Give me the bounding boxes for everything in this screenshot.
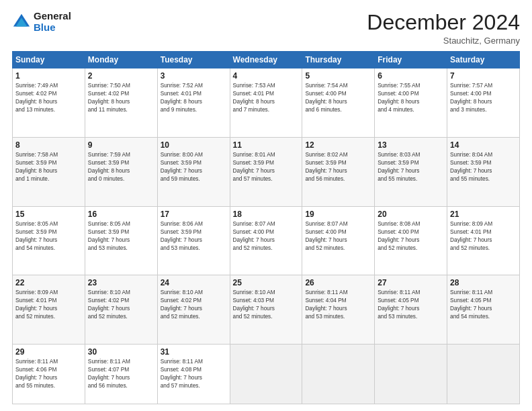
table-row: 6Sunrise: 7:55 AM Sunset: 4:00 PM Daylig… <box>375 68 447 138</box>
day-info: Sunrise: 8:06 AM Sunset: 3:59 PM Dayligh… <box>161 220 227 252</box>
day-info: Sunrise: 8:11 AM Sunset: 4:07 PM Dayligh… <box>88 357 154 390</box>
day-info: Sunrise: 8:02 AM Sunset: 3:59 PM Dayligh… <box>305 150 371 183</box>
header: General Blue December 2024 Stauchitz, Ge… <box>12 11 520 46</box>
table-row: 15Sunrise: 8:05 AM Sunset: 3:59 PM Dayli… <box>13 206 85 275</box>
day-number: 9 <box>88 140 154 150</box>
day-info: Sunrise: 8:10 AM Sunset: 4:02 PM Dayligh… <box>161 288 227 320</box>
col-thursday: Thursday <box>302 52 375 68</box>
calendar-table: Sunday Monday Tuesday Wednesday Thursday… <box>12 51 520 404</box>
table-row: 10Sunrise: 8:00 AM Sunset: 3:59 PM Dayli… <box>157 137 230 206</box>
day-number: 4 <box>233 71 300 81</box>
table-row: 1Sunrise: 7:49 AM Sunset: 4:02 PM Daylig… <box>13 68 85 138</box>
table-row: 20Sunrise: 8:08 AM Sunset: 4:00 PM Dayli… <box>375 206 447 275</box>
day-info: Sunrise: 8:08 AM Sunset: 4:00 PM Dayligh… <box>378 220 444 252</box>
day-number: 28 <box>450 278 517 287</box>
day-number: 29 <box>15 347 82 357</box>
title-block: December 2024 Stauchitz, Germany <box>367 11 520 46</box>
day-info: Sunrise: 7:55 AM Sunset: 4:00 PM Dayligh… <box>378 81 444 113</box>
day-number: 11 <box>233 140 300 150</box>
day-info: Sunrise: 8:01 AM Sunset: 3:59 PM Dayligh… <box>233 150 300 183</box>
page: General Blue December 2024 Stauchitz, Ge… <box>0 0 532 411</box>
day-number: 5 <box>305 71 371 81</box>
table-row: 18Sunrise: 8:07 AM Sunset: 4:00 PM Dayli… <box>230 206 302 275</box>
day-number: 19 <box>305 210 371 219</box>
day-number: 22 <box>15 278 82 287</box>
table-row: 17Sunrise: 8:06 AM Sunset: 3:59 PM Dayli… <box>157 206 230 275</box>
table-row: 5Sunrise: 7:54 AM Sunset: 4:00 PM Daylig… <box>302 68 375 138</box>
table-row <box>447 344 520 404</box>
table-row: 21Sunrise: 8:09 AM Sunset: 4:01 PM Dayli… <box>447 206 520 275</box>
day-info: Sunrise: 7:57 AM Sunset: 4:00 PM Dayligh… <box>450 81 517 113</box>
col-wednesday: Wednesday <box>230 52 302 68</box>
logo-icon <box>12 13 31 32</box>
day-number: 17 <box>161 210 227 219</box>
day-info: Sunrise: 8:09 AM Sunset: 4:01 PM Dayligh… <box>15 288 82 320</box>
day-number: 2 <box>88 71 154 81</box>
day-info: Sunrise: 7:49 AM Sunset: 4:02 PM Dayligh… <box>15 81 82 113</box>
logo: General Blue <box>12 11 71 33</box>
table-row: 31Sunrise: 8:11 AM Sunset: 4:08 PM Dayli… <box>157 344 230 404</box>
day-number: 27 <box>378 278 444 287</box>
table-row: 7Sunrise: 7:57 AM Sunset: 4:00 PM Daylig… <box>447 68 520 138</box>
table-row: 14Sunrise: 8:04 AM Sunset: 3:59 PM Dayli… <box>447 137 520 206</box>
day-number: 13 <box>378 140 444 150</box>
table-row: 4Sunrise: 7:53 AM Sunset: 4:01 PM Daylig… <box>230 68 302 138</box>
table-row: 19Sunrise: 8:07 AM Sunset: 4:00 PM Dayli… <box>302 206 375 275</box>
day-number: 3 <box>161 71 227 81</box>
day-number: 21 <box>450 210 517 219</box>
day-number: 20 <box>378 210 444 219</box>
table-row: 13Sunrise: 8:03 AM Sunset: 3:59 PM Dayli… <box>375 137 447 206</box>
day-number: 10 <box>161 140 227 150</box>
table-row: 26Sunrise: 8:11 AM Sunset: 4:04 PM Dayli… <box>302 275 375 345</box>
day-number: 24 <box>161 278 227 287</box>
day-number: 1 <box>15 71 82 81</box>
day-info: Sunrise: 8:05 AM Sunset: 3:59 PM Dayligh… <box>15 220 82 252</box>
day-info: Sunrise: 8:11 AM Sunset: 4:06 PM Dayligh… <box>15 357 82 390</box>
day-number: 23 <box>88 278 154 287</box>
table-row: 28Sunrise: 8:11 AM Sunset: 4:05 PM Dayli… <box>447 275 520 345</box>
day-info: Sunrise: 8:05 AM Sunset: 3:59 PM Dayligh… <box>88 220 154 252</box>
day-info: Sunrise: 8:09 AM Sunset: 4:01 PM Dayligh… <box>450 220 517 252</box>
calendar-header-row: Sunday Monday Tuesday Wednesday Thursday… <box>13 52 520 68</box>
table-row: 22Sunrise: 8:09 AM Sunset: 4:01 PM Dayli… <box>13 275 85 345</box>
day-number: 18 <box>233 210 300 219</box>
day-info: Sunrise: 8:10 AM Sunset: 4:02 PM Dayligh… <box>88 288 154 320</box>
day-number: 8 <box>15 140 82 150</box>
day-info: Sunrise: 8:03 AM Sunset: 3:59 PM Dayligh… <box>378 150 444 183</box>
day-number: 15 <box>15 210 82 219</box>
location: Stauchitz, Germany <box>367 36 520 46</box>
table-row: 3Sunrise: 7:52 AM Sunset: 4:01 PM Daylig… <box>157 68 230 138</box>
day-info: Sunrise: 8:10 AM Sunset: 4:03 PM Dayligh… <box>233 288 300 320</box>
day-number: 30 <box>88 347 154 357</box>
col-tuesday: Tuesday <box>157 52 230 68</box>
day-info: Sunrise: 7:54 AM Sunset: 4:00 PM Dayligh… <box>305 81 371 113</box>
day-info: Sunrise: 8:11 AM Sunset: 4:04 PM Dayligh… <box>305 288 371 320</box>
table-row <box>230 344 302 404</box>
month-title: December 2024 <box>367 11 520 34</box>
table-row: 16Sunrise: 8:05 AM Sunset: 3:59 PM Dayli… <box>85 206 157 275</box>
logo-text: General Blue <box>34 11 71 33</box>
day-number: 16 <box>88 210 154 219</box>
table-row: 9Sunrise: 7:59 AM Sunset: 3:59 PM Daylig… <box>85 137 157 206</box>
table-row: 25Sunrise: 8:10 AM Sunset: 4:03 PM Dayli… <box>230 275 302 345</box>
col-saturday: Saturday <box>447 52 520 68</box>
table-row: 29Sunrise: 8:11 AM Sunset: 4:06 PM Dayli… <box>13 344 85 404</box>
col-monday: Monday <box>85 52 157 68</box>
day-info: Sunrise: 7:50 AM Sunset: 4:02 PM Dayligh… <box>88 81 154 113</box>
table-row: 11Sunrise: 8:01 AM Sunset: 3:59 PM Dayli… <box>230 137 302 206</box>
day-info: Sunrise: 8:00 AM Sunset: 3:59 PM Dayligh… <box>161 150 227 183</box>
table-row: 30Sunrise: 8:11 AM Sunset: 4:07 PM Dayli… <box>85 344 157 404</box>
day-info: Sunrise: 7:52 AM Sunset: 4:01 PM Dayligh… <box>161 81 227 113</box>
day-number: 26 <box>305 278 371 287</box>
day-info: Sunrise: 8:11 AM Sunset: 4:08 PM Dayligh… <box>161 357 227 390</box>
day-info: Sunrise: 8:11 AM Sunset: 4:05 PM Dayligh… <box>378 288 444 320</box>
table-row: 27Sunrise: 8:11 AM Sunset: 4:05 PM Dayli… <box>375 275 447 345</box>
table-row: 8Sunrise: 7:58 AM Sunset: 3:59 PM Daylig… <box>13 137 85 206</box>
col-sunday: Sunday <box>13 52 85 68</box>
day-info: Sunrise: 7:59 AM Sunset: 3:59 PM Dayligh… <box>88 150 154 183</box>
table-row: 2Sunrise: 7:50 AM Sunset: 4:02 PM Daylig… <box>85 68 157 138</box>
day-number: 14 <box>450 140 517 150</box>
day-number: 6 <box>378 71 444 81</box>
day-number: 25 <box>233 278 300 287</box>
table-row <box>302 344 375 404</box>
